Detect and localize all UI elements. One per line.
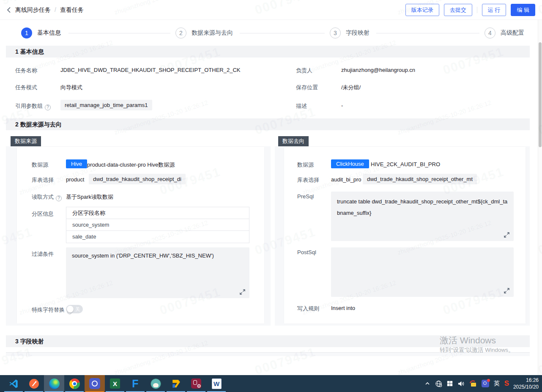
dest-db-name: audit_bi_pro: [331, 176, 361, 183]
step-number: 4: [485, 27, 495, 38]
dest-table-label: 库表选择: [297, 176, 319, 184]
chat-app-icon: [89, 378, 100, 389]
run-button[interactable]: 运 行: [482, 4, 506, 16]
section-source-dest-title: 2 数据来源与去向: [6, 118, 530, 130]
help-icon[interactable]: ?: [56, 195, 62, 201]
tray-item-tray-expand[interactable]: [424, 381, 430, 387]
taskbar-app-vscode[interactable]: [3, 375, 24, 392]
watermark-id-text: 00079451: [0, 345, 34, 378]
version-history-button[interactable]: 版本记录: [405, 4, 439, 16]
step-number: 3: [330, 27, 341, 38]
presql-textarea[interactable]: truncate table dwd_trade_hkaudit_shop_re…: [331, 192, 514, 241]
section-basic-info-title: 1 基本信息: [6, 46, 530, 58]
dest-table-name-tag: dwd_trade_hkaudit_shop_receipt_other_mt: [363, 174, 477, 184]
dbeaver-icon: [151, 378, 161, 389]
yellow-tool-icon: [171, 378, 181, 389]
source-panel-badge: 数据来源: [11, 136, 41, 146]
vscode-icon: [8, 378, 19, 389]
step-label: 数据来源与去向: [192, 29, 233, 37]
taskbar-app-database-tool[interactable]: ⚙: [186, 375, 206, 392]
step-label: 基本信息: [37, 29, 61, 37]
field-value-save-location: /未分组/: [341, 84, 361, 91]
step-label: 字段映射: [346, 29, 370, 37]
tray-item-volume[interactable]: [457, 380, 465, 387]
step-source-dest[interactable]: 2 数据来源与去向: [175, 27, 233, 38]
clock-time: 16:26: [513, 377, 539, 384]
write-rule-value: Insert into: [331, 305, 355, 311]
source-read-mode-label: 读取方式?: [32, 193, 62, 201]
toggle-knob: [67, 306, 74, 313]
taskbar-app-dbeaver[interactable]: [145, 375, 166, 392]
edge-icon: [49, 378, 60, 389]
field-value-task-name: JDBC_HIVE_DWD_TRADE_HKAUDIT_SHOP_RECEIPT…: [60, 67, 241, 73]
excel-icon: X: [110, 378, 120, 389]
field-label-task-mode: 任务模式: [15, 84, 37, 91]
partition-row: source_system: [66, 219, 249, 231]
foxmail-icon: [469, 380, 477, 387]
source-partition-label: 分区信息: [32, 210, 54, 218]
tray-item-chat-notification[interactable]: [482, 380, 489, 387]
back-icon[interactable]: [7, 7, 11, 13]
database-tool-icon: ⚙: [191, 378, 201, 389]
breadcrumb-parent[interactable]: 离线同步任务: [15, 6, 51, 13]
source-read-mode-value: 基于Spark读取数据: [66, 193, 113, 201]
field-value-owner: zhujianzhong@heilangroup.cn: [341, 67, 415, 73]
step-basic-info[interactable]: 1 基本信息: [21, 27, 61, 38]
expand-icon[interactable]: [504, 288, 509, 293]
field-label-task-name: 任务名称: [15, 67, 37, 74]
system-tray: 英S: [424, 375, 509, 392]
tray-item-ime-english[interactable]: 英: [494, 380, 500, 387]
f-app-icon: F: [132, 378, 138, 389]
source-table-name-tag: dwd_trade_hkaudit_shop_receipt_di: [89, 174, 186, 184]
edit-button[interactable]: 编 辑: [511, 4, 535, 16]
submit-button[interactable]: 去提交: [444, 4, 472, 16]
source-db-name: product: [66, 176, 84, 183]
taskbar-clock[interactable]: 16:26 2025/10/20: [513, 377, 539, 390]
tray-item-sogou[interactable]: S: [504, 379, 509, 388]
special-char-toggle[interactable]: 关: [66, 305, 83, 313]
header-buttons: 版本记录 去提交 运 行 编 辑: [405, 4, 535, 16]
tray-item-window-panes[interactable]: [447, 381, 453, 387]
tray-item-foxmail[interactable]: [469, 380, 477, 387]
step-label: 高级配置: [501, 29, 524, 37]
filter-condition-textarea[interactable]: source_system in ('DRP_CENTER_HW','SBZ_H…: [66, 247, 249, 298]
source-table-label: 库表选择: [32, 176, 54, 184]
expand-icon[interactable]: [240, 289, 245, 295]
taskbar-app-f-app[interactable]: F: [125, 375, 145, 392]
presql-label: PreSql: [297, 193, 314, 200]
dest-datasource-value: HIVE_2CK_AUDIT_BI_PRO: [371, 161, 440, 167]
field-value-task-mode: 向导模式: [60, 84, 82, 91]
taskbar-app-word[interactable]: W: [206, 375, 227, 392]
field-value-description: -: [341, 102, 343, 109]
toggle-state-label: 关: [75, 306, 80, 313]
field-label-save-location: 保存位置: [296, 84, 318, 91]
expand-icon[interactable]: [504, 232, 509, 238]
taskbar-app-edge[interactable]: [44, 375, 64, 392]
page-header: 离线同步任务/查看任务 版本记录 去提交 运 行 编 辑: [0, 0, 542, 20]
tray-item-network-globe[interactable]: [435, 380, 442, 387]
sogou-icon: S: [504, 379, 509, 388]
step-field-mapping[interactable]: 3 字段映射: [330, 27, 370, 38]
breadcrumb-current: 查看任务: [60, 6, 84, 13]
scrollbar-thumb[interactable]: [539, 42, 542, 147]
network-globe-icon: [435, 380, 442, 387]
postsql-textarea[interactable]: [331, 247, 514, 297]
taskbar-app-chrome[interactable]: [64, 375, 85, 392]
taskbar-app-pen-editor[interactable]: [24, 375, 44, 392]
help-icon[interactable]: ?: [45, 104, 51, 110]
partition-table-header: 分区字段名称: [66, 207, 249, 219]
taskbar-app-yellow-tool[interactable]: [166, 375, 186, 392]
screen: 00079451zhujianzhong 2025-10-20 16:26:12…: [0, 0, 542, 392]
step-advanced-config[interactable]: 4 高级配置: [485, 27, 524, 38]
taskbar-app-chat-app[interactable]: [85, 375, 105, 392]
taskbar-app-excel[interactable]: X: [105, 375, 125, 392]
clock-date: 2025/10/20: [513, 384, 539, 390]
watermark-user-text: zhujianzhong 2025-10-20 16:26:12: [397, 99, 492, 136]
step-connector: [68, 33, 170, 33]
windows-activation-subtitle: 转到“设置”以激活 Windows。: [440, 346, 514, 354]
step-connector: [376, 33, 479, 33]
windows-activation-title: 激活 Windows: [440, 334, 496, 346]
field-label-owner: 负责人: [296, 67, 312, 74]
source-datasource-label: 数据源: [32, 161, 48, 169]
partition-table: 分区字段名称 source_system sale_date: [66, 207, 249, 243]
